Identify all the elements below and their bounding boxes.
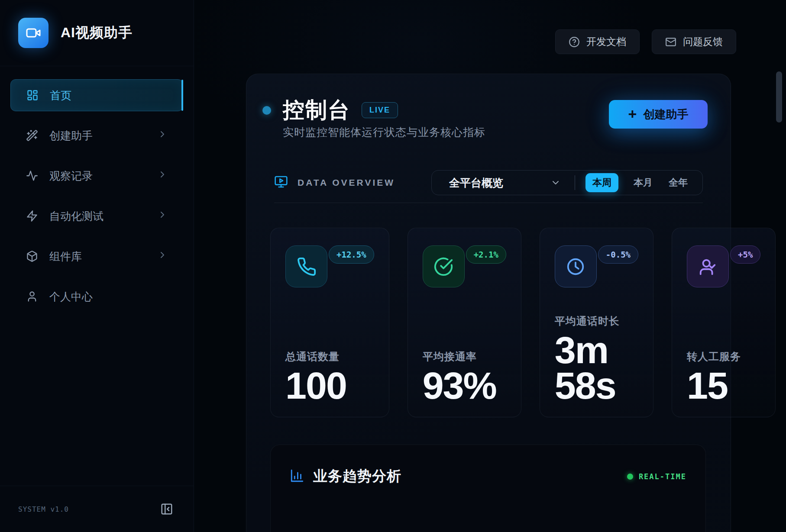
stat-card-top: +12.5% xyxy=(285,245,374,287)
realtime-label: REAL-TIME xyxy=(639,472,686,481)
sidebar-item-label: 观察记录 xyxy=(49,169,93,183)
bar-chart-icon xyxy=(290,468,304,485)
tab-this-week[interactable]: 本周 xyxy=(585,173,618,192)
user-icon xyxy=(26,290,38,303)
box-icon xyxy=(26,250,38,262)
stat-card-top: +2.1% xyxy=(423,245,506,287)
clock-icon xyxy=(555,245,597,287)
stat-label: 平均通话时长 xyxy=(555,314,638,328)
sidebar-item-component-library[interactable]: 组件库 xyxy=(10,240,183,272)
trend-title: 业务趋势分析 xyxy=(313,467,401,486)
tab-this-month[interactable]: 本月 xyxy=(633,173,653,192)
stats-row: +12.5% 总通话数量 100 +2.1% 平均接通率 xyxy=(270,228,706,417)
stat-value-line-1: 3m xyxy=(555,332,638,368)
sidebar-item-label: 首页 xyxy=(50,88,71,103)
sidebar-header: AI视频助手 xyxy=(0,0,194,66)
live-badge: LIVE xyxy=(362,102,398,118)
activity-icon xyxy=(26,170,38,182)
scrollbar-thumb[interactable] xyxy=(776,71,782,123)
page-subtitle: 实时监控智能体运行状态与业务核心指标 xyxy=(283,125,485,139)
monitor-play-icon xyxy=(274,175,288,190)
sidebar-item-label: 个人中心 xyxy=(49,290,93,304)
sidebar-footer: SYSTEM v1.0 xyxy=(0,486,194,532)
chevron-right-icon xyxy=(157,250,168,263)
topbar: 开发文档 问题反馈 xyxy=(555,29,736,54)
realtime-dot xyxy=(627,474,633,480)
create-assistant-label: 创建助手 xyxy=(643,107,688,122)
stat-value: 3m 58s xyxy=(555,332,638,404)
overview-controls: 全平台概览 本周 本月 全年 xyxy=(431,170,703,195)
realtime-status: REAL-TIME xyxy=(627,472,686,481)
delta-badge: +5% xyxy=(730,245,760,264)
sidebar-item-personal-center[interactable]: 个人中心 xyxy=(10,281,183,313)
sidebar-item-observation-log[interactable]: 观察记录 xyxy=(10,160,183,192)
stat-value: 93% xyxy=(423,368,506,404)
app-root: AI视频助手 首页 创建助手 xyxy=(0,0,786,532)
help-circle-icon xyxy=(569,36,580,48)
status-dot xyxy=(262,106,271,115)
chevron-right-icon xyxy=(157,169,168,182)
section-label: DATA OVERVIEW xyxy=(298,177,395,188)
console-header: 控制台 LIVE xyxy=(262,96,398,125)
console-panel: 控制台 LIVE 实时监控智能体运行状态与业务核心指标 + 创建助手 DATA … xyxy=(246,74,731,532)
panel-collapse-icon xyxy=(160,503,173,516)
phone-icon xyxy=(285,245,327,287)
delta-badge: -0.5% xyxy=(598,245,638,264)
stat-card-avg-duration: -0.5% 平均通话时长 3m 58s xyxy=(540,228,653,417)
platform-select[interactable]: 全平台概览 xyxy=(432,176,575,190)
create-assistant-button[interactable]: + 创建助手 xyxy=(609,100,708,129)
mail-icon xyxy=(665,36,676,48)
sidebar: AI视频助手 首页 创建助手 xyxy=(0,0,194,532)
feedback-button[interactable]: 问题反馈 xyxy=(652,29,736,54)
stat-card-human-transfer: +5% 转人工服务 15 xyxy=(672,228,776,417)
platform-select-value: 全平台概览 xyxy=(449,176,503,190)
video-camera-icon xyxy=(26,25,41,41)
sidebar-item-home[interactable]: 首页 xyxy=(10,79,183,111)
stat-value: 15 xyxy=(687,368,760,404)
stat-card-top: -0.5% xyxy=(555,245,638,287)
trend-analysis-panel: 业务趋势分析 REAL-TIME xyxy=(270,445,706,532)
stat-card-total-calls: +12.5% 总通话数量 100 xyxy=(270,228,389,417)
feedback-label: 问题反馈 xyxy=(683,35,723,48)
app-logo xyxy=(18,18,49,48)
plus-icon: + xyxy=(628,106,637,121)
collapse-sidebar-button[interactable] xyxy=(158,500,175,518)
dev-docs-label: 开发文档 xyxy=(586,35,626,48)
delta-badge: +2.1% xyxy=(466,245,506,264)
sidebar-item-create-assistant[interactable]: 创建助手 xyxy=(10,119,183,152)
section-divider xyxy=(274,203,703,203)
main-area: 开发文档 问题反馈 控制台 LIVE 实时监控智能体运行状态与业务核心指标 + … xyxy=(194,0,786,532)
stat-label: 平均接通率 xyxy=(423,350,506,364)
sidebar-item-label: 自动化测试 xyxy=(49,209,104,223)
time-range-tabs: 本周 本月 全年 xyxy=(575,173,702,192)
sidebar-item-label: 创建助手 xyxy=(49,129,93,143)
check-circle-icon xyxy=(423,245,465,287)
sidebar-item-automation-test[interactable]: 自动化测试 xyxy=(10,200,183,232)
chevron-right-icon xyxy=(157,129,168,142)
stat-card-answer-rate: +2.1% 平均接通率 93% xyxy=(408,228,521,417)
zap-icon xyxy=(26,210,38,222)
delta-badge: +12.5% xyxy=(329,245,374,264)
dashboard-icon xyxy=(26,89,39,101)
data-overview-row: DATA OVERVIEW 全平台概览 本周 本月 全年 xyxy=(274,170,703,195)
chevron-down-icon xyxy=(550,177,561,188)
chevron-right-icon xyxy=(157,210,168,222)
system-version: SYSTEM v1.0 xyxy=(18,505,69,513)
user-check-icon xyxy=(687,245,729,287)
stat-label: 转人工服务 xyxy=(687,350,760,364)
dev-docs-button[interactable]: 开发文档 xyxy=(555,29,640,54)
tab-full-year[interactable]: 全年 xyxy=(668,173,689,192)
trend-header: 业务趋势分析 REAL-TIME xyxy=(290,467,686,486)
magic-wand-icon xyxy=(26,129,38,142)
stat-card-top: +5% xyxy=(687,245,760,287)
sidebar-item-label: 组件库 xyxy=(49,249,82,264)
page-title: 控制台 xyxy=(283,96,350,125)
stat-value-line-2: 58s xyxy=(555,368,638,404)
stat-label: 总通话数量 xyxy=(285,350,374,364)
stat-value: 100 xyxy=(285,368,374,404)
app-title: AI视频助手 xyxy=(61,23,133,42)
sidebar-nav: 首页 创建助手 观察记录 xyxy=(0,66,194,486)
